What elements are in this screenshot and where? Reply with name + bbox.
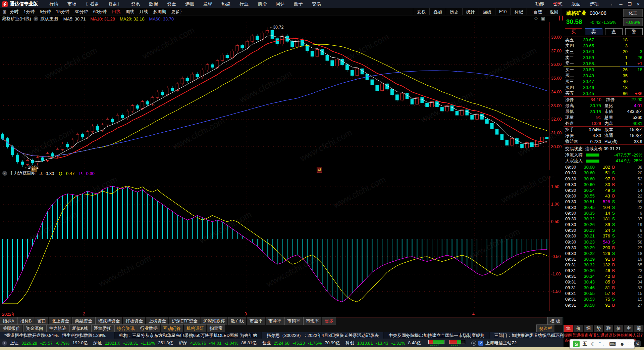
info-tab-4[interactable]: 逐笔委托 [91, 324, 114, 333]
menu-item-3[interactable]: 复盘〗 [108, 1, 122, 7]
sidebar-toggle-button[interactable]: 侧边栏 [536, 324, 555, 333]
info-tab-9[interactable]: 扫雷宝 [207, 324, 225, 333]
user-icon[interactable]: ☻ [620, 341, 625, 347]
keyboard-icon[interactable]: ⌨ [609, 341, 616, 347]
grid-menu-icon[interactable]: ∷ [628, 341, 631, 347]
menu-item-2[interactable]: 〖看盘 [86, 1, 99, 7]
info-tab-1[interactable]: 资金流向 [23, 324, 46, 333]
indicator-tab-5[interactable]: 增减持资金 [95, 317, 122, 325]
template-button[interactable]: 模 板 [547, 317, 563, 325]
ime-toolbar[interactable]: S 五 ☾ °， ⌨ ☻ ∷ [570, 339, 635, 349]
stock-name[interactable]: 藏格矿业 [566, 10, 586, 16]
security-shield-icon[interactable]: ● [2, 341, 7, 346]
menu-item-10[interactable]: 行业 [239, 1, 249, 7]
panel-button-卖[interactable]: 卖 [585, 28, 602, 35]
info-tab-3[interactable]: 相似K线 [69, 324, 91, 333]
period-axis-label[interactable]: 日线 [552, 1, 560, 7]
industry-button[interactable]: 化工 [623, 9, 643, 17]
indicator-tab-15[interactable]: 更多 [322, 317, 336, 325]
server-name-label[interactable]: 上海电信主站Z2 [485, 340, 517, 346]
bid-level-2[interactable]: 买三30.4740 [564, 79, 644, 85]
index-quote-2[interactable]: 沪深4186.76-44.01-1.04%86.81亿 [179, 340, 257, 346]
panel-tab-联[interactable]: 联 [604, 325, 613, 332]
timeframe-2[interactable]: 5分钟 [40, 9, 51, 15]
indicator-tab-8[interactable]: 沪深ETF资金 [169, 317, 200, 325]
punctuation-icon[interactable]: °， [599, 341, 606, 347]
tool-3[interactable]: 统计 [462, 8, 479, 15]
indicator-tab-6[interactable]: 打板资金 [123, 317, 146, 325]
indicator-tab-1[interactable]: 指标B [17, 317, 35, 325]
menu-item-8[interactable]: 发现 [203, 1, 212, 7]
tool-4[interactable]: 画线 [479, 8, 495, 15]
info-tab-6[interactable]: 行业数据 [138, 324, 160, 333]
ticker-item-2[interactable]: 拓尔思（300229）：2022年4月8日投资者关系活动记录表 [262, 332, 383, 339]
panel-button-查[interactable]: 查 [605, 28, 623, 35]
menu-item-4[interactable]: 资讯 [131, 1, 140, 7]
panel-tab-价[interactable]: 价 [574, 325, 583, 332]
right-menu-0[interactable]: 功能 [535, 1, 544, 7]
timeframe-8[interactable]: 月线 [139, 9, 148, 15]
right-menu-3[interactable]: 选项 [590, 1, 599, 7]
menu-item-5[interactable]: 数据 [149, 1, 158, 7]
tool-6[interactable]: 标记 [510, 8, 527, 15]
panel-tab-笔[interactable]: 笔 [564, 325, 573, 332]
info-tab-7[interactable]: 互动问答 [161, 324, 183, 333]
ticker-item-3[interactable]: 中央及国务院提出加快建立全国统一市场制度规则 [384, 332, 489, 339]
minimize-button[interactable]: ─ [616, 2, 625, 7]
menu-item-0[interactable]: 行情 [49, 1, 58, 7]
menu-item-6[interactable]: 资金 [167, 1, 176, 7]
ime-mode-label[interactable]: 五 [583, 341, 587, 347]
timeframe-7[interactable]: 周线 [125, 9, 134, 15]
moon-icon[interactable]: ☾ [591, 341, 595, 347]
info-tab-5[interactable]: 综合资讯 [114, 324, 137, 333]
info-tab-0[interactable]: 关联报价 [0, 324, 23, 333]
index-quote-4[interactable]: 科创1013.81-13.43-1.31%8.48亿 [345, 340, 421, 346]
menu-item-9[interactable]: 热点 [221, 1, 230, 7]
panel-tab-筹[interactable]: 筹 [634, 325, 644, 332]
panel-button-买[interactable]: 买 [565, 28, 582, 35]
indicator-tab-2[interactable]: 窗口 [35, 317, 49, 325]
timeframe-10[interactable]: 更多〉 [171, 9, 184, 15]
panel-tab-势[interactable]: 势 [594, 325, 603, 332]
rank-badge[interactable]: 榜 [31, 167, 37, 172]
info-tab-2[interactable]: 主力轨迹 [46, 324, 69, 333]
close-button[interactable]: ✕ [634, 2, 643, 7]
ask-level-2[interactable]: 卖三30.6020-3 [564, 49, 644, 55]
menu-item-11[interactable]: 前沿 [258, 1, 267, 7]
connection-count-badge[interactable]: 2 [478, 341, 483, 346]
news-ticker[interactable]: *香港恒生指数开盘跌0.84%。恒生科技指数跌1.29%。机构：三星将从京东方和… [0, 332, 564, 339]
panel-tab-值[interactable]: 值 [614, 325, 624, 332]
finance-badge[interactable]: 财 [317, 167, 322, 173]
ticker-item-1[interactable]: 机构：三星将从京东方和华星光电采购650万块手机OLED面板 为去年的 [115, 332, 262, 339]
industry-change-badge[interactable]: -0.96% [623, 18, 643, 26]
timeframe-6[interactable]: 日线 [112, 9, 120, 15]
indicator-subchart[interactable]: www.cfchi.comwww.cfchi.comwww.cfchi.comw… [0, 176, 564, 311]
indicator-tab-11[interactable]: 市盈率 [247, 317, 265, 325]
ime-logo-icon[interactable]: S [573, 341, 580, 347]
right-menu-2[interactable]: 版面 [572, 1, 581, 7]
timeframe-3[interactable]: 15分钟 [56, 9, 69, 15]
menu-item-1[interactable]: 市场 [67, 1, 76, 7]
indicator-tab-0[interactable]: 指标A [0, 317, 17, 325]
ask-level-3[interactable]: 卖二30.591-26 [564, 55, 644, 61]
tick-trade-list[interactable]: 09:3030.60102B3809:3030.6051S2009:3030.6… [564, 164, 644, 308]
indicator-tab-3[interactable]: 北上资金 [49, 317, 72, 325]
menu-item-12[interactable]: 问达 [276, 1, 285, 7]
tool-7[interactable]: +自选 [527, 8, 546, 15]
ask-level-0[interactable]: 卖五30.6718 [564, 37, 644, 43]
back-button[interactable]: ← [608, 2, 616, 7]
chart-corner-icons[interactable]: ◇▣ [534, 16, 548, 21]
bid-level-3[interactable]: 买四30.4618 [564, 85, 644, 91]
ask-level-1[interactable]: 卖四30.653 [564, 43, 644, 49]
timeframe-5[interactable]: 60分钟 [93, 9, 107, 15]
timeframe-4[interactable]: 30分钟 [74, 9, 88, 15]
layout-grid-icon[interactable]: ▣ [3, 9, 6, 14]
ticker-item-0[interactable]: *香港恒生指数开盘跌0.84%。恒生科技指数跌1.29%。 [0, 332, 114, 339]
chevron-down-icon[interactable]: ∨ [2, 171, 7, 176]
chevron-down-icon[interactable]: ∨ [34, 16, 38, 21]
timeframe-1[interactable]: 1分钟 [23, 9, 35, 15]
timeframe-9[interactable]: 多周期 [153, 9, 166, 15]
panel-button-警[interactable]: 警 [625, 28, 643, 35]
tool-5[interactable]: F10 [495, 8, 510, 15]
indicator-tab-10[interactable]: 散户线 [228, 317, 247, 325]
